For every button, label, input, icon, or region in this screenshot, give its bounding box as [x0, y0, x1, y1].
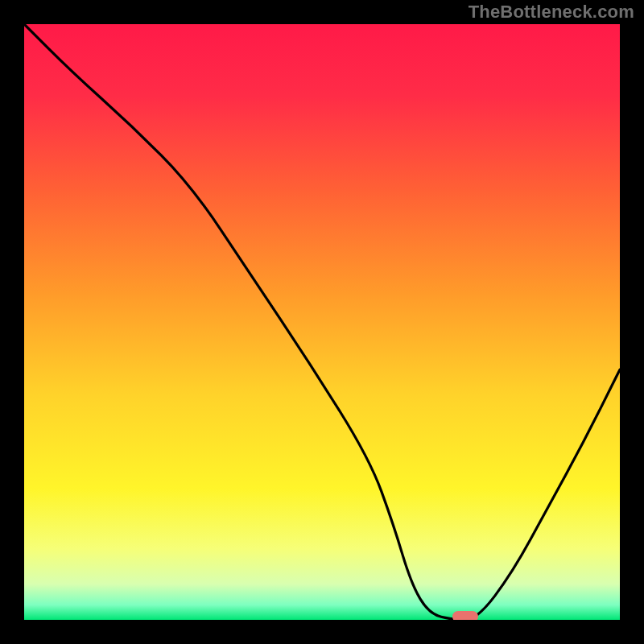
chart-frame: TheBottleneck.com	[0, 0, 644, 644]
optimal-marker	[452, 611, 478, 620]
watermark-text: TheBottleneck.com	[469, 2, 634, 23]
bottleneck-curve	[24, 24, 620, 620]
plot-area	[24, 24, 620, 620]
